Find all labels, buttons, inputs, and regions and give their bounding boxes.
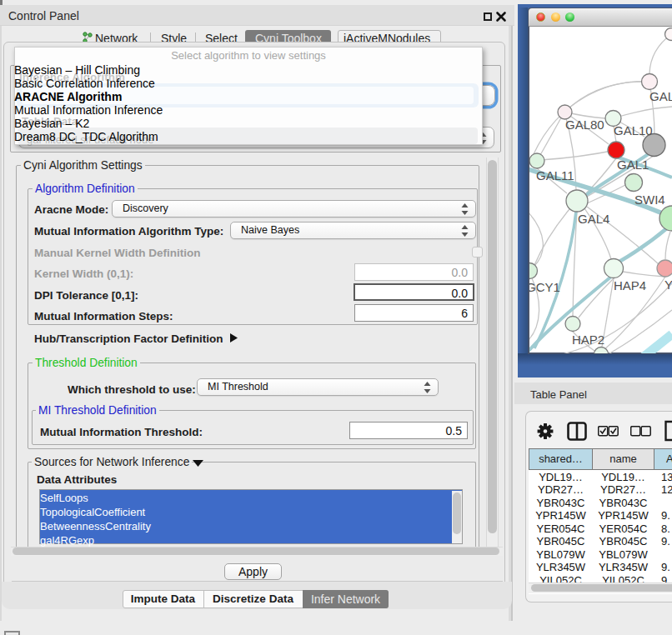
svg-text:YEL: YEL [664,278,672,292]
svg-text:GAL1: GAL1 [617,158,649,172]
svg-text:HAP2: HAP2 [572,332,604,347]
svg-text:GAL7: GAL7 [649,89,672,103]
svg-text:HAP4: HAP4 [614,278,646,292]
svg-text:GAL10: GAL10 [614,123,653,138]
svg-text:GCY1: GCY1 [529,280,560,294]
svg-text:GAL80: GAL80 [565,118,604,132]
svg-text:GAL4: GAL4 [578,212,609,226]
svg-text:GAL11: GAL11 [536,168,574,182]
svg-text:SWI4: SWI4 [634,192,665,207]
